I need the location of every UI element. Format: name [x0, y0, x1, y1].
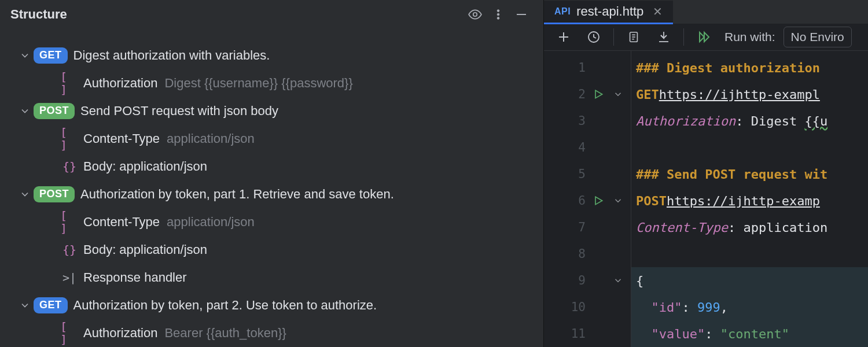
run-line-icon[interactable]	[591, 88, 605, 100]
more-icon[interactable]	[487, 3, 510, 26]
gutter-line[interactable]: 8	[544, 241, 631, 267]
line-number: 6	[561, 194, 586, 208]
editor-tab-bar: API rest-api.http ✕	[544, 0, 868, 24]
svg-point-2	[497, 13, 499, 16]
svg-marker-16	[595, 197, 602, 204]
code-line[interactable]: ### Send POST request wit	[631, 161, 868, 187]
environment-select[interactable]: No Enviro	[784, 27, 852, 47]
chevron-down-icon[interactable]	[16, 189, 34, 200]
detail-label: Content-Type	[83, 215, 160, 229]
request-label: Send POST request with json body	[80, 104, 278, 118]
code-line[interactable]: Authorization: Digest {{u	[631, 108, 868, 134]
svg-point-0	[473, 13, 477, 17]
chevron-down-icon[interactable]	[16, 300, 34, 311]
http-method-badge: GET	[34, 297, 68, 313]
line-number: 10	[561, 300, 586, 314]
fold-icon[interactable]	[611, 275, 625, 286]
detail-label: Authorization	[83, 326, 157, 340]
code-line[interactable]: POST https://ijhttp-examp	[631, 187, 868, 214]
line-number: 8	[561, 247, 586, 261]
svg-point-3	[497, 17, 499, 20]
request-node[interactable]: GETAuthorization by token, part 2. Use t…	[0, 291, 543, 319]
line-number: 7	[561, 220, 586, 234]
detail-label: Response handler	[83, 271, 187, 285]
minimize-icon[interactable]	[510, 3, 533, 26]
svg-point-1	[497, 10, 499, 12]
detail-value: application/json	[167, 215, 255, 229]
http-method-badge: POST	[34, 103, 75, 119]
code-line[interactable]: {	[631, 267, 868, 294]
braces-icon: {}	[60, 243, 79, 256]
gutter-line[interactable]: 6	[544, 187, 631, 214]
request-node[interactable]: POSTSend POST request with json body	[0, 97, 543, 125]
examples-button[interactable]	[620, 24, 648, 50]
code-line[interactable]	[631, 134, 868, 161]
request-detail[interactable]: {}Body: application/json	[0, 236, 543, 264]
detail-value: Digest {{username}} {{password}}	[164, 76, 352, 90]
request-detail[interactable]: [ ]AuthorizationDigest {{username}} {{pa…	[0, 69, 543, 97]
line-number: 5	[561, 167, 586, 181]
chevron-down-icon[interactable]	[16, 50, 34, 61]
detail-label: Authorization	[83, 76, 157, 90]
request-label: Digest authorization with variables.	[73, 49, 270, 62]
gutter-line[interactable]: 4	[544, 134, 631, 161]
gutter-line[interactable]: 2	[544, 81, 631, 108]
import-button[interactable]	[650, 24, 678, 50]
editor-gutter[interactable]: 1234567891011	[544, 51, 631, 347]
visibility-icon[interactable]	[464, 3, 487, 26]
run-all-button[interactable]	[690, 24, 718, 50]
svg-marker-13	[700, 32, 704, 42]
brackets-icon: [ ]	[60, 209, 79, 235]
add-request-button[interactable]	[550, 24, 578, 50]
tab-rest-api[interactable]: API rest-api.http ✕	[544, 1, 673, 24]
api-file-icon: API	[554, 6, 571, 17]
structure-panel: Structure GETDigest authorization with v…	[0, 0, 544, 347]
run-line-icon[interactable]	[591, 195, 605, 206]
request-detail[interactable]: [ ]Content-Typeapplication/json	[0, 125, 543, 153]
code-line[interactable]: ### Digest authorization	[631, 54, 868, 81]
code-line[interactable]: "id": 999,	[631, 294, 868, 320]
request-node[interactable]: GETDigest authorization with variables.	[0, 42, 543, 69]
close-icon[interactable]: ✕	[653, 5, 663, 19]
code-editor[interactable]: 1234567891011 ### Digest authorization G…	[544, 51, 868, 347]
gutter-line[interactable]: 9	[544, 267, 631, 294]
gutter-line[interactable]: 3	[544, 108, 631, 134]
request-detail[interactable]: {}Body: application/json	[0, 153, 543, 180]
brackets-icon: [ ]	[60, 320, 79, 346]
detail-label: Body: application/json	[83, 243, 207, 257]
fold-icon[interactable]	[611, 89, 625, 99]
request-detail[interactable]: >|Response handler	[0, 264, 543, 291]
code-line[interactable]: GET https://ijhttp-exampl	[631, 81, 868, 108]
request-detail[interactable]: [ ]Content-Typeapplication/json	[0, 208, 543, 236]
response-handler-icon: >|	[60, 271, 79, 284]
editor-code[interactable]: ### Digest authorization GET https://ijh…	[631, 51, 868, 347]
line-number: 9	[561, 274, 586, 287]
http-method-badge: GET	[34, 47, 68, 64]
code-line[interactable]: "value": "content"	[631, 320, 868, 347]
structure-tree[interactable]: GETDigest authorization with variables.[…	[0, 29, 543, 347]
toolbar-separator	[613, 28, 614, 46]
history-button[interactable]	[580, 24, 608, 50]
code-line[interactable]	[631, 241, 868, 267]
editor-panel: API rest-api.http ✕ Run with: No Enviro …	[544, 0, 868, 347]
line-number: 3	[561, 114, 586, 128]
gutter-line[interactable]: 11	[544, 320, 631, 347]
fold-icon[interactable]	[611, 195, 625, 206]
gutter-line[interactable]: 10	[544, 294, 631, 320]
line-number: 1	[561, 61, 586, 75]
request-label: Authorization by token, part 2. Use toke…	[73, 298, 377, 312]
gutter-line[interactable]: 1	[544, 54, 631, 81]
request-detail[interactable]: [ ]AuthorizationBearer {{auth_token}}	[0, 319, 543, 347]
http-method-badge: POST	[34, 186, 75, 202]
gutter-line[interactable]: 5	[544, 161, 631, 187]
code-line[interactable]: Content-Type: application	[631, 214, 868, 241]
line-number: 11	[561, 327, 586, 341]
gutter-line[interactable]: 7	[544, 214, 631, 241]
line-number: 4	[561, 141, 586, 154]
toolbar-separator	[683, 28, 684, 46]
brackets-icon: [ ]	[60, 71, 79, 96]
request-node[interactable]: POSTAuthorization by token, part 1. Retr…	[0, 180, 543, 208]
detail-value: application/json	[167, 132, 255, 146]
braces-icon: {}	[60, 160, 79, 173]
chevron-down-icon[interactable]	[16, 105, 34, 117]
